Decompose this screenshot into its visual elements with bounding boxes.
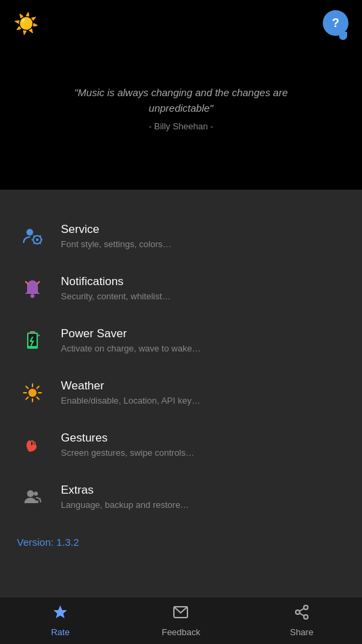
svg-line-37 xyxy=(299,614,304,616)
svg-point-34 xyxy=(304,605,308,609)
nav-share[interactable]: Share xyxy=(242,597,362,644)
power-saver-text: Power Saver Activate on charge, wave to … xyxy=(61,327,345,353)
extras-icon xyxy=(17,481,47,512)
svg-rect-14 xyxy=(28,334,37,346)
share-icon xyxy=(294,604,310,624)
svg-rect-13 xyxy=(30,331,35,333)
top-section: ☀️ ? "Music is always changing and the c… xyxy=(0,0,362,190)
svg-point-30 xyxy=(36,500,39,503)
svg-line-27 xyxy=(26,397,28,399)
power-saver-subtitle: Activate on charge, wave to wake… xyxy=(61,343,345,353)
quote-text: "Music is always changing and the change… xyxy=(41,85,321,116)
extras-subtitle: Language, backup and restore… xyxy=(61,500,345,510)
svg-point-9 xyxy=(30,294,35,298)
extras-title: Extras xyxy=(61,484,345,497)
weather-subtitle: Enable/disable, Location, API key… xyxy=(61,395,345,406)
service-title: Service xyxy=(61,223,345,236)
svg-point-0 xyxy=(26,229,33,236)
service-subtitle: Font style, settings, colors… xyxy=(61,239,345,249)
svg-line-5 xyxy=(34,236,35,237)
service-icon xyxy=(17,221,47,251)
menu-item-gestures[interactable]: Gestures Screen gestures, swipe controls… xyxy=(0,418,362,471)
power-saver-title: Power Saver xyxy=(61,327,345,341)
svg-point-36 xyxy=(304,615,308,619)
notifications-subtitle: Security, content, whitelist… xyxy=(61,291,345,301)
svg-line-38 xyxy=(299,609,304,611)
svg-text:+: + xyxy=(37,332,41,339)
sun-icon: ☀️ xyxy=(14,12,39,35)
extras-text: Extras Language, backup and restore… xyxy=(61,484,345,510)
weather-icon xyxy=(17,377,47,408)
svg-line-26 xyxy=(37,386,39,388)
gestures-icon xyxy=(17,429,47,460)
feedback-label: Feedback xyxy=(162,627,200,637)
bottom-nav: Rate Feedback Share xyxy=(0,597,362,644)
gestures-title: Gestures xyxy=(61,431,345,445)
svg-line-3 xyxy=(40,236,41,237)
svg-line-25 xyxy=(37,397,39,399)
gestures-text: Gestures Screen gestures, swipe controls… xyxy=(61,431,345,458)
svg-marker-32 xyxy=(53,605,67,618)
svg-point-28 xyxy=(27,490,34,497)
service-text: Service Font style, settings, colors… xyxy=(61,223,345,249)
weather-text: Weather Enable/disable, Location, API ke… xyxy=(61,379,345,406)
notifications-title: Notifications xyxy=(61,275,345,288)
quote-section: "Music is always changing and the change… xyxy=(0,85,362,131)
version-label: Version: 1.3.2 xyxy=(0,523,362,555)
quote-author: - Billy Sheehan - xyxy=(41,121,321,131)
menu-item-service[interactable]: Service Font style, settings, colors… xyxy=(0,210,362,262)
svg-line-10 xyxy=(26,282,28,284)
menu-item-weather[interactable]: Weather Enable/disable, Location, API ke… xyxy=(0,366,362,418)
weather-title: Weather xyxy=(61,379,345,393)
gestures-subtitle: Screen gestures, swipe controls… xyxy=(61,448,345,458)
menu-item-power-saver[interactable]: + Power Saver Activate on charge, wave t… xyxy=(0,314,362,366)
main-content: Service Font style, settings, colors… No… xyxy=(0,190,362,597)
notifications-icon xyxy=(17,273,47,303)
power-saver-icon: + xyxy=(17,325,47,356)
header-icons: ☀️ ? xyxy=(0,0,362,46)
svg-line-6 xyxy=(34,242,35,244)
help-button[interactable]: ? xyxy=(323,10,348,36)
svg-point-35 xyxy=(296,610,300,614)
svg-line-11 xyxy=(37,282,39,284)
menu-item-notifications[interactable]: Notifications Security, content, whiteli… xyxy=(0,262,362,314)
svg-line-4 xyxy=(40,242,41,244)
svg-point-29 xyxy=(34,492,38,496)
notifications-text: Notifications Security, content, whiteli… xyxy=(61,275,345,301)
envelope-icon xyxy=(173,604,189,624)
menu-item-extras[interactable]: Extras Language, backup and restore… xyxy=(0,471,362,523)
star-icon xyxy=(52,604,68,624)
svg-line-24 xyxy=(26,386,28,388)
svg-point-2 xyxy=(36,238,39,241)
nav-feedback[interactable]: Feedback xyxy=(120,597,241,644)
rate-label: Rate xyxy=(51,627,69,637)
nav-rate[interactable]: Rate xyxy=(0,597,120,644)
share-label: Share xyxy=(290,627,313,637)
svg-point-19 xyxy=(28,389,37,397)
